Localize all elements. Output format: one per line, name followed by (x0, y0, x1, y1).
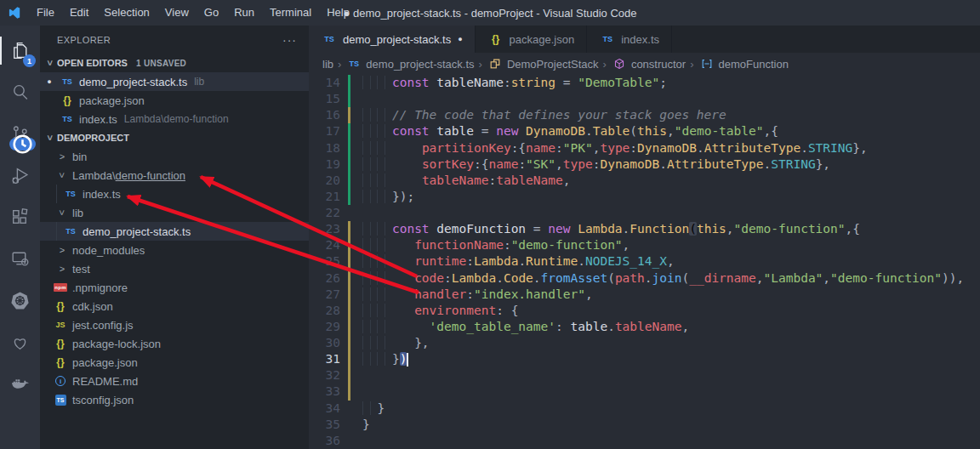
tree-item-lib[interactable]: >lib (40, 203, 309, 222)
menu-file[interactable]: File (29, 0, 62, 26)
activity-docker[interactable] (0, 363, 40, 405)
breadcrumb-constructor[interactable]: constructor (611, 58, 686, 71)
code-editor[interactable]: 14 const tableName:string = "DemoTable";… (309, 75, 980, 449)
chevron-down-icon: > (45, 56, 55, 70)
clock-icon (12, 134, 33, 155)
code-text (350, 367, 362, 384)
count-badge: 1 (23, 54, 36, 67)
ts-file-icon: TS (62, 77, 72, 86)
tree-item-npmignore[interactable]: npm.npmignore (40, 278, 309, 297)
code-line-21[interactable]: 21 }); (309, 189, 980, 205)
tree-item-cdk-json[interactable]: {}cdk.json (40, 297, 309, 315)
class-icon (489, 58, 501, 70)
activity-extensions[interactable] (0, 196, 40, 238)
file-icon: JS (52, 321, 69, 329)
code-line-30[interactable]: 30 }, (309, 335, 980, 351)
ts-file-icon: TS (66, 227, 76, 236)
activity-source-control[interactable] (0, 113, 40, 155)
code-text: 'demo_table_name': table.tableName, (350, 319, 689, 335)
code-line-17[interactable]: 17 const table = new DynamoDB.Table(this… (309, 123, 980, 139)
modified-dot: ● (40, 77, 59, 86)
code-line-18[interactable]: 18 partitionKey:{name:"PK",type:DynamoDB… (309, 140, 980, 156)
line-number: 28 (309, 303, 348, 319)
code-line-31[interactable]: 31 }) (309, 351, 980, 367)
project-section-header[interactable]: > DEMOPROJECT (40, 128, 309, 147)
tab-demo-project-stack-ts[interactable]: TSdemo_project-stack.ts● (309, 26, 476, 53)
code-line-22[interactable]: 22 (309, 205, 980, 221)
tree-item-readme-md[interactable]: iREADME.md (40, 372, 309, 390)
code-line-24[interactable]: 24 functionName:"demo-function", (309, 237, 980, 253)
title-bar: FileEditSelectionViewGoRunTerminalHelp ●… (0, 0, 980, 26)
open-editor-demo-project-stack-ts[interactable]: ●TSdemo_project-stack.tslib (40, 72, 309, 91)
folder-label: bin (72, 151, 87, 163)
activity-kubernetes[interactable] (0, 280, 40, 321)
more-actions-icon[interactable]: ··· (282, 33, 297, 47)
code-line-33[interactable]: 33 (309, 384, 980, 400)
code-line-35[interactable]: 35} (309, 417, 980, 433)
menu-view[interactable]: View (157, 0, 197, 26)
tree-item-tsconfig-json[interactable]: TStsconfig.json (40, 390, 309, 409)
activity-remote-explorer[interactable] (0, 238, 40, 280)
file-icon: TS (599, 35, 616, 43)
menu-go[interactable]: Go (197, 0, 226, 26)
menu-terminal[interactable]: Terminal (262, 0, 319, 26)
tree-item-package-lock-json[interactable]: {}package-lock.json (40, 334, 309, 353)
menu-run[interactable]: Run (226, 0, 262, 26)
tab-package-json[interactable]: {}package.json (476, 26, 588, 53)
open-editor-package-json[interactable]: {}package.json (40, 91, 309, 110)
activity-heart[interactable] (0, 321, 40, 363)
code-line-29[interactable]: 29 'demo_table_name': table.tableName, (309, 319, 980, 335)
open-editors-header[interactable]: > OPEN EDITORS 1 UNSAVED (40, 54, 309, 72)
code-line-26[interactable]: 26 code:Lambda.Code.fromAsset(path.join(… (309, 270, 980, 287)
json-file-icon: {} (56, 338, 64, 350)
activity-search[interactable] (0, 71, 40, 113)
tree-item-index-ts[interactable]: TSindex.ts (40, 185, 309, 203)
kubernetes-icon (9, 290, 31, 311)
file-label: index.ts (83, 188, 121, 201)
editor-group: TSdemo_project-stack.ts●{}package.jsonTS… (309, 26, 980, 449)
tree-item-package-json[interactable]: {}package.json (40, 353, 309, 372)
code-line-28[interactable]: 28 environment: { (309, 303, 980, 319)
line-number: 20 (309, 173, 348, 189)
code-line-36[interactable]: 36 (309, 433, 980, 449)
code-line-25[interactable]: 25 runtime:Lambda.Runtime.NODEJS_14_X, (309, 253, 980, 270)
activity-explorer[interactable]: 1 (0, 30, 40, 71)
code-line-19[interactable]: 19 sortKey:{name:"SK",type:DynamoDB.Attr… (309, 156, 980, 173)
open-editor-index-ts[interactable]: TSindex.tsLambda\demo-function (40, 110, 309, 128)
code-line-20[interactable]: 20 tableName:tableName, (309, 173, 980, 189)
tree-item-test[interactable]: >test (40, 259, 309, 278)
code-line-15[interactable]: 15 (309, 91, 980, 107)
code-text: tableName:tableName, (350, 173, 571, 189)
line-number: 35 (309, 417, 348, 433)
code-line-14[interactable]: 14 const tableName:string = "DemoTable"; (309, 75, 980, 91)
tree-item-jest-config-js[interactable]: JSjest.config.js (40, 315, 309, 334)
breadcrumb-label: demo_project-stack.ts (366, 58, 474, 71)
menu-edit[interactable]: Edit (62, 0, 96, 26)
tree-item-demo-project-stack-ts[interactable]: TSdemo_project-stack.ts (40, 222, 309, 241)
code-line-27[interactable]: 27 handler:"index.handler", (309, 287, 980, 303)
code-line-16[interactable]: 16 // The code that defines your stack g… (309, 107, 980, 123)
tree-item-bin[interactable]: >bin (40, 147, 309, 166)
tree-item-lambda-demo-function[interactable]: >Lambda\demo-function (40, 166, 309, 185)
file-icon: npm (52, 283, 69, 292)
code-text: const tableName:string = "DemoTable"; (350, 75, 667, 91)
tab-label: index.ts (621, 33, 659, 46)
line-number: 27 (309, 287, 348, 303)
code-line-23[interactable]: 23 const demoFunction = new Lambda.Funct… (309, 221, 980, 237)
activity-run-debug[interactable] (0, 155, 40, 196)
line-number: 33 (309, 384, 348, 400)
code-line-34[interactable]: 34 } (309, 401, 980, 417)
breadcrumb-demo-project-stack-ts[interactable]: TSdemo_project-stack.ts (345, 58, 474, 71)
code-text: }); (350, 189, 414, 205)
tree-item-node-modules[interactable]: >node_modules (40, 241, 309, 259)
npm-icon: npm (54, 283, 67, 292)
breadcrumb-lib[interactable]: lib (322, 58, 333, 71)
menu-selection[interactable]: Selection (96, 0, 157, 26)
info-icon: i (55, 376, 66, 386)
line-number: 36 (309, 433, 348, 449)
tab-index-ts[interactable]: TSindex.ts (587, 26, 672, 53)
breadcrumb-demofunction[interactable]: demoFunction (698, 58, 789, 71)
folder-label: lib (72, 207, 83, 219)
breadcrumb-demoprojectstack[interactable]: DemoProjectStack (487, 58, 599, 71)
code-line-32[interactable]: 32 (309, 367, 980, 384)
